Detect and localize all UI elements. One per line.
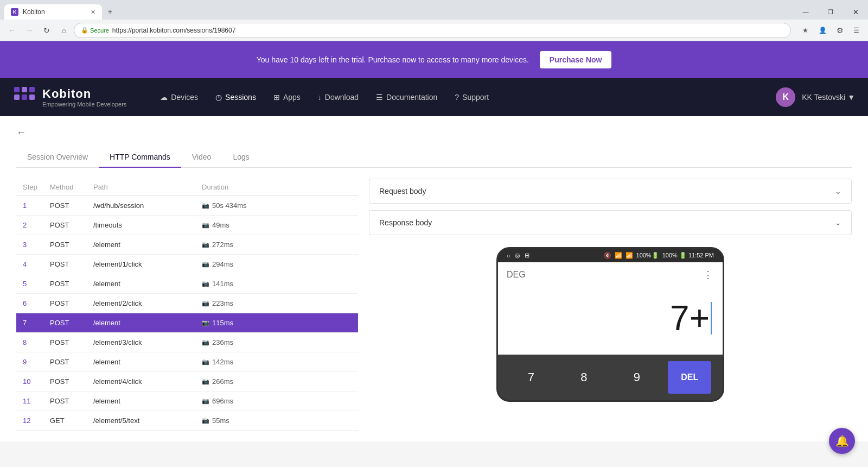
minimize-button[interactable]: — [793, 2, 818, 22]
reload-button[interactable]: ↻ [39, 23, 54, 38]
tab-close-button[interactable]: ✕ [91, 9, 95, 16]
table-row[interactable]: 1 POST /wd/hub/session 📷 50s 434ms [16, 196, 358, 216]
calc-key-9[interactable]: 9 [615, 361, 659, 394]
table-row[interactable]: 6 POST /element/2/click 📷 223ms [16, 294, 358, 313]
user-name[interactable]: KK Testovski ▼ [802, 93, 855, 102]
step-number: 9 [23, 358, 50, 366]
step-path: /element/5/text [93, 416, 202, 425]
nav-item-devices[interactable]: ☁ Devices [152, 89, 206, 106]
window-controls: — ❐ ✕ [793, 2, 868, 22]
request-body-section: Request body ⌄ [369, 179, 852, 204]
ext-icon-1[interactable]: ⚙ [832, 23, 847, 38]
notification-bell[interactable]: 🔔 [829, 428, 855, 454]
table-row[interactable]: 7 POST /element 📷 115ms [16, 313, 358, 333]
status-icon-1: ○ [507, 253, 510, 259]
profile-icon[interactable]: 👤 [815, 23, 830, 38]
tab-video[interactable]: Video [181, 147, 222, 168]
phone-status-bar: ○ ◎ ⊞ 🔇 📶 📶 100%🔋 100% 🔋 11:52 PM [498, 249, 723, 262]
maximize-button[interactable]: ❐ [818, 2, 843, 22]
table-row[interactable]: 10 POST /element/4/click 📷 266ms [16, 372, 358, 392]
ext-icon-2[interactable]: ☰ [848, 23, 864, 38]
tab-session-overview[interactable]: Session Overview [16, 147, 99, 168]
content-area: Step Method Path Duration 1 POST /wd/hub… [16, 179, 852, 431]
request-body-header[interactable]: Request body ⌄ [369, 179, 851, 203]
step-method: POST [50, 201, 93, 210]
nav-item-support[interactable]: ? Support [447, 89, 496, 106]
nav-item-download[interactable]: ↓ Download [310, 89, 366, 106]
response-body-header[interactable]: Response body ⌄ [369, 211, 851, 235]
request-body-chevron: ⌄ [835, 187, 841, 195]
calc-key-del[interactable]: DEL [668, 361, 711, 394]
main-content: ← Session Overview HTTP Commands Video L… [0, 116, 868, 441]
url-text: https://portal.kobiton.com/sessions/1986… [112, 27, 235, 34]
step-path: /element/3/click [93, 338, 202, 346]
new-tab-button[interactable]: + [102, 4, 118, 20]
nav-item-apps[interactable]: ⊞ Apps [266, 89, 308, 106]
home-button[interactable]: ⌂ [56, 23, 72, 38]
table-row[interactable]: 8 POST /element/3/click 📷 236ms [16, 333, 358, 352]
step-path: /element [93, 280, 202, 288]
calc-expression: 7+ [670, 298, 712, 338]
download-icon: ↓ [318, 93, 322, 102]
table-row[interactable]: 4 POST /element/1/click 📷 294ms [16, 255, 358, 274]
user-avatar[interactable]: K [776, 87, 795, 107]
camera-icon: 📷 [202, 339, 209, 346]
address-bar[interactable]: 🔒 Secure https://portal.kobiton.com/sess… [74, 23, 791, 38]
tab-logs[interactable]: Logs [222, 147, 260, 168]
svg-rect-4 [29, 87, 35, 92]
table-row[interactable]: 3 POST /element 📷 272ms [16, 235, 358, 255]
step-duration: 📷 142ms [202, 358, 352, 366]
tab-title: Kobiton [23, 8, 86, 16]
step-method: POST [50, 299, 93, 307]
table-row[interactable]: 12 GET /element/5/text 📷 55ms [16, 411, 358, 431]
calc-key-8[interactable]: 8 [562, 361, 605, 394]
svg-rect-0 [14, 87, 20, 92]
back-nav-button[interactable]: ← [4, 23, 20, 38]
purchase-now-button[interactable]: Purchase Now [540, 51, 611, 68]
step-duration: 📷 50s 434ms [202, 201, 352, 210]
table-row[interactable]: 11 POST /element 📷 696ms [16, 392, 358, 411]
camera-icon: 📷 [202, 417, 209, 424]
table-rows-container: 1 POST /wd/hub/session 📷 50s 434ms 2 POS… [16, 196, 358, 431]
step-method: POST [50, 358, 93, 366]
calculator-header: DEG ⋮ [498, 262, 723, 287]
nav-item-sessions[interactable]: ◷ Sessions [208, 89, 264, 106]
forward-nav-button[interactable]: → [22, 23, 37, 38]
table-row[interactable]: 5 POST /element 📷 141ms [16, 274, 358, 294]
mute-icon: 🔇 [604, 252, 611, 259]
browser-tab[interactable]: K Kobiton ✕ [4, 4, 102, 20]
step-number: 11 [23, 397, 50, 405]
step-path: /element [93, 241, 202, 249]
user-dropdown-icon: ▼ [847, 93, 855, 102]
status-bar-left: ○ ◎ ⊞ [507, 252, 529, 259]
step-path: /element [93, 358, 202, 366]
svg-rect-2 [14, 94, 20, 100]
step-path: /element [93, 397, 202, 405]
close-window-button[interactable]: ✕ [843, 2, 868, 22]
camera-icon: 📷 [202, 378, 209, 385]
back-button[interactable]: ← [16, 127, 26, 138]
camera-icon: 📷 [202, 241, 209, 248]
bookmark-icon[interactable]: ★ [797, 23, 813, 38]
phone-bottom-bar: 7 8 9 DEL [498, 355, 723, 400]
tab-http-commands[interactable]: HTTP Commands [99, 147, 181, 168]
step-duration: 📷 294ms [202, 260, 352, 268]
nav-item-documentation[interactable]: ☰ Documentation [368, 89, 445, 106]
camera-icon: 📷 [202, 280, 209, 287]
step-path: /timeouts [93, 221, 202, 229]
camera-icon: 📷 [202, 300, 209, 307]
calc-menu-icon[interactable]: ⋮ [703, 269, 714, 281]
calc-display: 7+ [498, 287, 723, 355]
step-method: POST [50, 221, 93, 229]
camera-icon: 📷 [202, 222, 209, 229]
table-row[interactable]: 9 POST /element 📷 142ms [16, 352, 358, 372]
trial-banner: You have 10 days left in the trial. Purc… [0, 41, 868, 78]
table-row[interactable]: 2 POST /timeouts 📷 49ms [16, 216, 358, 235]
signal-icon: 📶 [626, 252, 633, 259]
bell-icon: 🔔 [835, 434, 849, 447]
kobiton-logo-icon [13, 86, 36, 109]
step-method: POST [50, 377, 93, 386]
calc-key-7[interactable]: 7 [509, 361, 553, 394]
logo-tagline: Empowering Mobile Developers [42, 101, 126, 108]
phone-mockup: ○ ◎ ⊞ 🔇 📶 📶 100%🔋 100% 🔋 11:52 PM [496, 247, 724, 402]
